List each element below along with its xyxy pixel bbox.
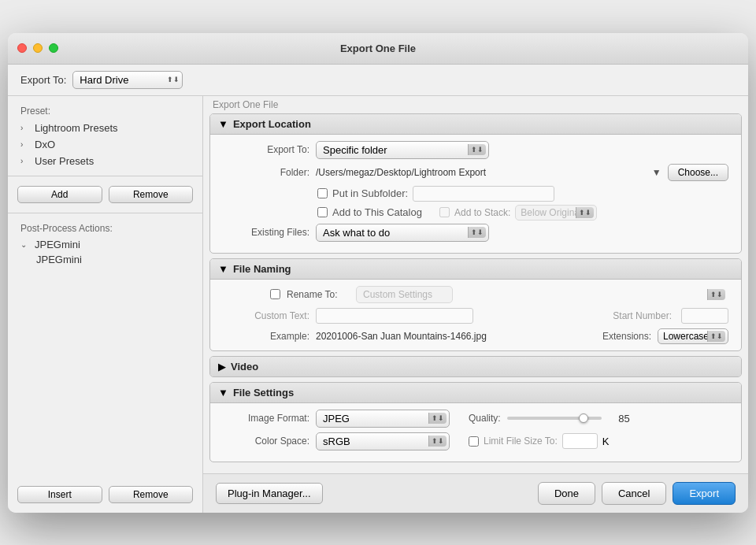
video-title: Video [231, 361, 258, 373]
sidebar-item-label: Lightroom Presets [35, 122, 118, 134]
folder-dropdown-icon[interactable]: ▼ [650, 167, 663, 178]
video-section: ▶ Video [209, 356, 742, 377]
extensions-select[interactable]: Lowercase [658, 328, 728, 344]
add-button[interactable]: Add [17, 186, 102, 203]
file-naming-title: File Naming [233, 263, 291, 275]
quality-label: Quality: [469, 413, 501, 424]
rename-to-select-wrapper[interactable]: Custom Settings [356, 286, 728, 303]
limit-size-checkbox[interactable] [469, 436, 479, 447]
existing-files-select[interactable]: Ask what to do [316, 224, 489, 242]
folder-row: Folder: /Users/megaz/Desktop/Lightroom E… [223, 164, 728, 181]
choose-button[interactable]: Choose... [668, 164, 728, 181]
rename-to-row: Rename To: Custom Settings [223, 286, 728, 303]
export-to-select-wrapper[interactable]: Hard Drive [72, 71, 183, 89]
post-child-label: JPEGmini [36, 254, 82, 265]
image-format-row: Image Format: JPEG Quality: 85 [223, 410, 728, 428]
minimize-button[interactable] [33, 43, 43, 53]
subfolder-checkbox[interactable] [317, 188, 328, 198]
extensions-select-wrapper[interactable]: Lowercase [658, 328, 728, 344]
insert-button[interactable]: Insert [17, 486, 102, 503]
start-number-input[interactable] [681, 308, 728, 324]
remove-button[interactable]: Remove [109, 186, 194, 203]
triangle-right-icon: ▶ [218, 361, 226, 373]
close-button[interactable] [17, 43, 27, 53]
post-item-label: JPEGmini [35, 239, 80, 250]
chevron-down-icon: ⌄ [20, 240, 32, 249]
export-location-header[interactable]: ▼ Export Location [210, 114, 741, 135]
limit-size-unit: K [602, 436, 610, 447]
done-button[interactable]: Done [538, 482, 595, 505]
sidebar-item-label: User Presets [35, 155, 94, 167]
file-naming-section: ▼ File Naming Rename To: Custom Settings [209, 258, 742, 351]
maximize-button[interactable] [49, 43, 58, 53]
custom-text-row: Custom Text: Start Number: [223, 308, 728, 324]
triangle-down-icon-3: ▼ [218, 387, 228, 399]
plugin-manager-button[interactable]: Plug-in Manager... [216, 483, 323, 504]
video-header[interactable]: ▶ Video [210, 357, 741, 376]
extensions-label: Extensions: [602, 331, 651, 342]
existing-files-label: Existing Files: [223, 227, 309, 238]
titlebar: Export One File [8, 33, 748, 65]
custom-text-input[interactable] [316, 308, 473, 324]
folder-path-row: /Users/megaz/Desktop/Lightroom Export ▼ … [316, 164, 728, 181]
rename-to-select[interactable]: Custom Settings [356, 286, 453, 303]
add-catalog-checkbox[interactable] [317, 207, 328, 217]
rename-to-checkbox[interactable] [270, 289, 280, 299]
file-settings-body: Image Format: JPEG Quality: 85 [210, 403, 741, 462]
export-dialog: Export One File Export To: Hard Drive Pr… [8, 33, 748, 513]
example-filename: 20201006-San Juan Mountains-1466.jpg [316, 331, 487, 342]
sidebar-item-lightroom-presets[interactable]: › Lightroom Presets [8, 120, 202, 136]
sidebar-item-label: DxO [35, 139, 55, 150]
limit-size-input[interactable]: 100 [562, 433, 598, 449]
below-original-select[interactable]: Below Original [515, 205, 597, 221]
color-space-select[interactable]: sRGB [316, 432, 450, 450]
window-title: Export One File [340, 43, 416, 54]
file-settings-header[interactable]: ▼ File Settings [210, 383, 741, 403]
rename-to-label: Rename To: [287, 289, 350, 300]
export-location-title: Export Location [233, 118, 311, 130]
sidebar-divider [8, 176, 202, 176]
sidebar-post-child-jpegmini[interactable]: JPEGmini [8, 252, 202, 267]
sidebar-item-user-presets[interactable]: › User Presets [8, 153, 202, 169]
remove2-button[interactable]: Remove [109, 486, 194, 503]
triangle-down-icon: ▼ [218, 118, 228, 130]
add-to-stack-area: Add to Stack: Below Original [439, 205, 597, 221]
file-settings-section: ▼ File Settings Image Format: JPEG [209, 382, 742, 462]
below-original-select-wrapper[interactable]: Below Original [515, 205, 597, 221]
export-to-form-select-wrapper[interactable]: Specific folder [316, 141, 489, 159]
image-format-select[interactable]: JPEG [316, 410, 450, 428]
limit-size-label: Limit File Size To: [484, 436, 558, 447]
export-to-row: Export To: Specific folder [223, 141, 728, 159]
export-location-body: Export To: Specific folder Folder: [210, 135, 741, 253]
export-to-form-select[interactable]: Specific folder [316, 141, 489, 159]
quality-slider[interactable] [507, 417, 602, 420]
right-panel: Export One File ▼ Export Location Export… [203, 96, 748, 513]
example-label: Example: [223, 331, 309, 342]
export-to-form-label: Export To: [223, 144, 309, 155]
sidebar-post-item-jpegmini[interactable]: ⌄ JPEGmini [8, 237, 202, 252]
sidebar-item-dxo[interactable]: › DxO [8, 136, 202, 153]
quality-value: 85 [608, 413, 630, 425]
subfolder-input[interactable] [413, 186, 554, 202]
limit-size-row: Limit File Size To: 100 K [469, 433, 609, 449]
sidebar-divider-2 [8, 213, 202, 213]
file-naming-header[interactable]: ▼ File Naming [210, 259, 741, 280]
add-remove-buttons: Add Remove [8, 183, 202, 206]
export-location-section: ▼ Export Location Export To: Specific fo… [209, 113, 742, 254]
image-format-select-wrapper[interactable]: JPEG [316, 410, 450, 428]
file-settings-title: File Settings [233, 387, 294, 399]
color-space-select-wrapper[interactable]: sRGB [316, 432, 450, 450]
catalog-row: Add to This Catalog Add to Stack: Below … [223, 205, 728, 221]
post-process-label: Post-Process Actions: [8, 220, 202, 237]
color-space-label: Color Space: [223, 436, 309, 447]
cancel-button[interactable]: Cancel [602, 482, 666, 505]
top-export-bar: Export To: Hard Drive [8, 65, 748, 96]
add-stack-checkbox[interactable] [439, 207, 450, 217]
folder-label: Folder: [223, 167, 309, 178]
existing-files-select-wrapper[interactable]: Ask what to do [316, 224, 489, 242]
export-to-select[interactable]: Hard Drive [72, 71, 183, 89]
folder-path-text: /Users/megaz/Desktop/Lightroom Export [316, 167, 646, 178]
export-button[interactable]: Export [673, 482, 736, 505]
example-row: Example: 20201006-San Juan Mountains-146… [223, 328, 728, 344]
panel-subtitle: Export One File [203, 96, 748, 113]
